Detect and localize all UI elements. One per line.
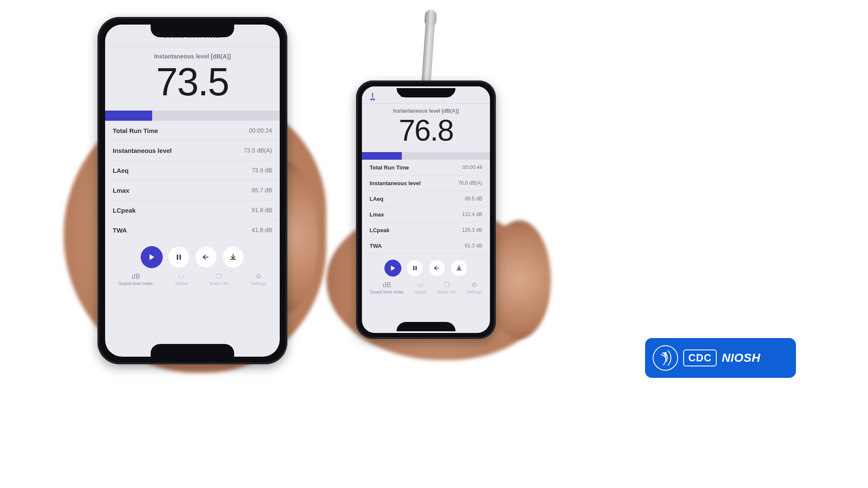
tab-bar: dBSound level meter ▭Saved ☐Noise info ⚙… [362, 279, 490, 299]
tab-settings[interactable]: ⚙Settings [251, 272, 266, 286]
tab-sound-level-meter[interactable]: dBSound level meter [370, 281, 404, 294]
phone-left: Sound level meter Instantaneous level [d… [97, 17, 287, 364]
tab-label: Sound level meter [370, 290, 404, 294]
svg-point-4 [665, 352, 666, 354]
tab-noise-info[interactable]: ☐Noise info [209, 272, 228, 286]
tab-bar: dBSound level meter ▭Saved ☐Noise info ⚙… [105, 271, 280, 291]
metric-value: 73.5 dB(A) [244, 147, 272, 154]
metrics-list: Total Run Time00:00:44 Instantaneous lev… [362, 160, 490, 254]
tab-sound-level-meter[interactable]: dBSound level meter [119, 273, 153, 286]
external-mic-icon [368, 92, 377, 102]
metric-value: 89.5 dB [465, 196, 482, 202]
phone-right: Sound level meter Instantaneous level [d… [356, 80, 496, 339]
reading-value: 76.8 [362, 114, 490, 146]
metric-value: 126.3 dB [462, 227, 482, 233]
metric-value: 41.8 dB [252, 227, 272, 233]
tab-label: Noise info [209, 281, 228, 286]
tab-label: Settings [251, 281, 266, 286]
tab-noise-info[interactable]: ☐Noise info [437, 281, 456, 294]
reset-button[interactable] [195, 246, 217, 268]
saved-icon: ▭ [417, 281, 424, 289]
svg-rect-2 [413, 266, 415, 270]
hand-right-thumb [487, 220, 551, 339]
phone-notch-bottom [397, 322, 456, 331]
metric-label: TWA [370, 243, 382, 249]
pause-button[interactable] [168, 246, 190, 268]
metric-label: LAeq [113, 167, 129, 174]
saved-icon: ▭ [178, 272, 184, 280]
info-icon: ☐ [444, 281, 450, 289]
play-button[interactable] [141, 246, 163, 268]
metric-label: Lmax [370, 211, 384, 218]
metric-value: 76.8 dB(A) [458, 180, 482, 186]
svg-rect-3 [415, 266, 417, 270]
metric-label: TWA [113, 227, 127, 234]
db-icon: dB [132, 273, 140, 280]
table-row: Lmax85.7 dB [105, 180, 280, 200]
tab-label: Saved [415, 290, 426, 294]
tab-label: Settings [467, 290, 482, 294]
metric-value: 00:00:24 [249, 127, 273, 134]
reset-button[interactable] [428, 260, 445, 277]
level-bar-fill [362, 152, 402, 160]
tab-label: Sound level meter [119, 281, 153, 286]
niosh-wordmark: NIOSH [722, 351, 760, 365]
table-row: TWA41.8 dB [105, 220, 280, 240]
phone-notch-top [150, 25, 234, 37]
metric-value: 85.7 dB [252, 187, 272, 194]
hhs-logo-icon [653, 345, 678, 371]
metric-value: 61.3 dB [465, 243, 482, 249]
metric-value: 91.8 dB [252, 207, 272, 214]
table-row: Total Run Time00:00:24 [105, 121, 280, 141]
table-row: Total Run Time00:00:44 [362, 160, 490, 175]
gear-icon: ⚙ [471, 281, 477, 289]
save-button[interactable] [451, 260, 467, 277]
phone-notch-top [397, 88, 456, 97]
table-row: Instantaneous level73.5 dB(A) [105, 141, 280, 161]
reading-value: 73.5 [105, 60, 280, 103]
level-bar [362, 152, 490, 160]
metrics-list: Total Run Time00:00:24 Instantaneous lev… [105, 121, 280, 240]
db-icon: dB [383, 281, 391, 289]
table-row: TWA61.3 dB [362, 238, 490, 254]
svg-rect-0 [177, 255, 178, 260]
metric-label: LCpeak [113, 207, 136, 214]
metric-label: Instantaneous level [370, 180, 421, 186]
table-row: Instantaneous level76.8 dB(A) [362, 175, 490, 191]
metric-label: LCpeak [370, 227, 389, 233]
tab-label: Saved [175, 281, 187, 286]
svg-rect-1 [180, 255, 181, 260]
external-microphone [421, 10, 436, 87]
level-bar-fill [105, 111, 152, 121]
metric-label: Total Run Time [370, 164, 409, 171]
tab-saved[interactable]: ▭Saved [415, 281, 426, 294]
reading-subtitle: Instantaneous level [dB(A)] [105, 47, 280, 60]
gear-icon: ⚙ [256, 272, 262, 280]
metric-value: 00:00:44 [462, 164, 482, 170]
metric-label: Instantaneous level [113, 147, 172, 154]
pause-button[interactable] [406, 260, 423, 277]
metric-label: LAeq [370, 196, 384, 202]
table-row: LAeq89.5 dB [362, 191, 490, 207]
tab-settings[interactable]: ⚙Settings [467, 281, 482, 294]
table-row: LCpeak91.8 dB [105, 200, 280, 220]
save-button[interactable] [222, 246, 244, 268]
reading-subtitle: Instantaneous level [dB(A)] [362, 104, 490, 114]
metric-label: Lmax [113, 187, 129, 194]
play-button[interactable] [384, 260, 401, 277]
phone-notch-bottom [150, 344, 234, 357]
table-row: LAeq73.9 dB [105, 161, 280, 180]
metric-value: 112.4 dB [462, 211, 482, 217]
transport-controls [105, 240, 280, 271]
transport-controls [362, 254, 490, 279]
tab-saved[interactable]: ▭Saved [175, 272, 187, 286]
metric-label: Total Run Time [113, 127, 158, 134]
metric-value: 73.9 dB [252, 167, 272, 174]
info-icon: ☐ [216, 272, 222, 280]
cdc-niosh-badge: CDC NIOSH [645, 338, 796, 378]
table-row: LCpeak126.3 dB [362, 222, 490, 238]
cdc-wordmark: CDC [683, 349, 717, 366]
level-bar [105, 111, 280, 121]
tab-label: Noise info [437, 290, 456, 294]
table-row: Lmax112.4 dB [362, 207, 490, 222]
